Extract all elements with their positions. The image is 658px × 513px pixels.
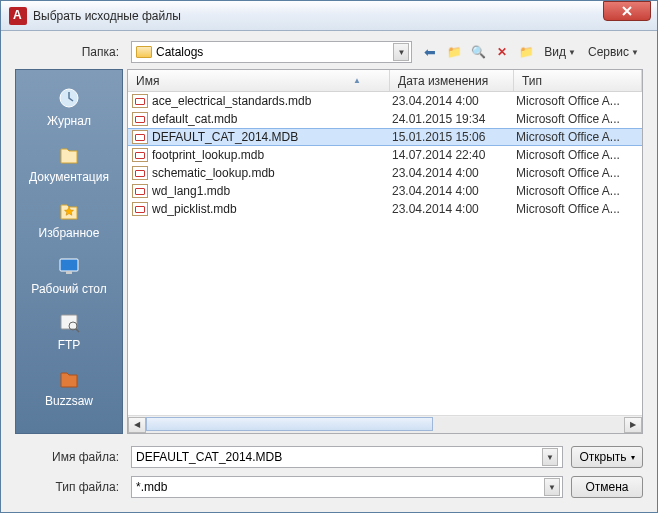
file-name: schematic_lookup.mdb bbox=[152, 166, 392, 180]
file-type: Microsoft Office A... bbox=[516, 148, 642, 162]
file-row[interactable]: footprint_lookup.mdb14.07.2014 22:40Micr… bbox=[128, 146, 642, 164]
folder-combo[interactable]: Catalogs ▼ bbox=[131, 41, 412, 63]
favorites-icon bbox=[53, 196, 85, 224]
file-row[interactable]: schematic_lookup.mdb23.04.2014 4:00Micro… bbox=[128, 164, 642, 182]
filetype-dropdown-icon[interactable]: ▼ bbox=[544, 478, 560, 496]
newfolder-button[interactable]: 📁 bbox=[516, 42, 536, 62]
search-button[interactable]: 🔍 bbox=[468, 42, 488, 62]
ftp-icon bbox=[53, 308, 85, 336]
file-type: Microsoft Office A... bbox=[516, 130, 642, 144]
view-menu[interactable]: Вид▼ bbox=[540, 45, 580, 59]
folder-value: Catalogs bbox=[156, 45, 389, 59]
top-row: Папка: Catalogs ▼ ⬅ 📁 🔍 ✕ 📁 Вид▼ Сервис▼ bbox=[15, 41, 643, 63]
mdb-file-icon bbox=[132, 184, 148, 198]
file-type: Microsoft Office A... bbox=[516, 94, 642, 108]
folder-icon bbox=[136, 46, 152, 58]
sidebar-item-label: Рабочий стол bbox=[31, 282, 106, 296]
file-date: 23.04.2014 4:00 bbox=[392, 202, 516, 216]
sidebar-item-label: Документация bbox=[29, 170, 109, 184]
close-icon bbox=[622, 6, 632, 16]
file-row[interactable]: wd_picklist.mdb23.04.2014 4:00Microsoft … bbox=[128, 200, 642, 218]
filename-label: Имя файла: bbox=[15, 450, 123, 464]
delete-icon: ✕ bbox=[497, 45, 507, 59]
cancel-button[interactable]: Отмена bbox=[571, 476, 643, 498]
mdb-file-icon bbox=[132, 130, 148, 144]
chevron-down-icon: ▼ bbox=[568, 48, 576, 57]
scroll-right-icon[interactable]: ▶ bbox=[624, 417, 642, 433]
window-title: Выбрать исходные файлы bbox=[33, 9, 603, 23]
mdb-file-icon bbox=[132, 112, 148, 126]
column-date[interactable]: Дата изменения bbox=[390, 70, 514, 91]
filename-value: DEFAULT_CAT_2014.MDB bbox=[136, 450, 542, 464]
sidebar-item-label: Журнал bbox=[47, 114, 91, 128]
sort-asc-icon: ▲ bbox=[353, 76, 361, 85]
file-date: 23.04.2014 4:00 bbox=[392, 166, 516, 180]
sidebar-item-desktop[interactable]: Рабочий стол bbox=[16, 248, 122, 302]
back-button[interactable]: ⬅ bbox=[420, 42, 440, 62]
svg-rect-1 bbox=[60, 259, 78, 271]
filename-input[interactable]: DEFAULT_CAT_2014.MDB ▼ bbox=[131, 446, 563, 468]
filetype-label: Тип файла: bbox=[15, 480, 123, 494]
filetype-value: *.mdb bbox=[136, 480, 544, 494]
file-type: Microsoft Office A... bbox=[516, 166, 642, 180]
file-name: DEFAULT_CAT_2014.MDB bbox=[152, 130, 392, 144]
file-name: ace_electrical_standards.mdb bbox=[152, 94, 392, 108]
file-name: default_cat.mdb bbox=[152, 112, 392, 126]
file-row[interactable]: ace_electrical_standards.mdb23.04.2014 4… bbox=[128, 92, 642, 110]
file-date: 23.04.2014 4:00 bbox=[392, 94, 516, 108]
file-list-pane: Имя▲ Дата изменения Тип ace_electrical_s… bbox=[127, 69, 643, 434]
documents-icon bbox=[53, 140, 85, 168]
file-rows: ace_electrical_standards.mdb23.04.2014 4… bbox=[128, 92, 642, 415]
filename-row: Имя файла: DEFAULT_CAT_2014.MDB ▼ Открыт… bbox=[15, 446, 643, 468]
mdb-file-icon bbox=[132, 148, 148, 162]
sidebar-item-buzzsaw[interactable]: Buzzsaw bbox=[16, 360, 122, 414]
horizontal-scrollbar[interactable]: ◀ ▶ bbox=[128, 415, 642, 433]
close-button[interactable] bbox=[603, 1, 651, 21]
desktop-icon bbox=[53, 252, 85, 280]
service-menu[interactable]: Сервис▼ bbox=[584, 45, 643, 59]
file-type: Microsoft Office A... bbox=[516, 112, 642, 126]
history-icon bbox=[53, 84, 85, 112]
chevron-down-icon: ▼ bbox=[631, 48, 639, 57]
delete-button[interactable]: ✕ bbox=[492, 42, 512, 62]
file-name: footprint_lookup.mdb bbox=[152, 148, 392, 162]
folder-label: Папка: bbox=[15, 45, 123, 59]
svg-rect-2 bbox=[66, 271, 72, 274]
sidebar-item-favorites[interactable]: Избранное bbox=[16, 192, 122, 246]
open-button[interactable]: Открыть▾ bbox=[571, 446, 643, 468]
column-name[interactable]: Имя▲ bbox=[128, 70, 390, 91]
file-name: wd_picklist.mdb bbox=[152, 202, 392, 216]
filetype-combo[interactable]: *.mdb ▼ bbox=[131, 476, 563, 498]
file-name: wd_lang1.mdb bbox=[152, 184, 392, 198]
file-dialog-window: Выбрать исходные файлы Папка: Catalogs ▼… bbox=[0, 0, 658, 513]
file-type: Microsoft Office A... bbox=[516, 184, 642, 198]
folder-dropdown-icon[interactable]: ▼ bbox=[393, 43, 409, 61]
filename-dropdown-icon[interactable]: ▼ bbox=[542, 448, 558, 466]
mdb-file-icon bbox=[132, 166, 148, 180]
places-sidebar: Журнал Документация Избранное Рабочий ст… bbox=[15, 69, 123, 434]
newfolder-icon: 📁 bbox=[519, 45, 534, 59]
bottom-area: Имя файла: DEFAULT_CAT_2014.MDB ▼ Открыт… bbox=[15, 440, 643, 498]
sidebar-item-label: FTP bbox=[58, 338, 81, 352]
sidebar-item-documents[interactable]: Документация bbox=[16, 136, 122, 190]
toolbar: ⬅ 📁 🔍 ✕ 📁 Вид▼ Сервис▼ bbox=[420, 42, 643, 62]
up-button[interactable]: 📁 bbox=[444, 42, 464, 62]
scroll-left-icon[interactable]: ◀ bbox=[128, 417, 146, 433]
app-icon bbox=[9, 7, 27, 25]
file-date: 24.01.2015 19:34 bbox=[392, 112, 516, 126]
scroll-track[interactable] bbox=[146, 417, 624, 433]
sidebar-item-ftp[interactable]: FTP bbox=[16, 304, 122, 358]
titlebar: Выбрать исходные файлы bbox=[1, 1, 657, 31]
file-row[interactable]: DEFAULT_CAT_2014.MDB15.01.2015 15:06Micr… bbox=[128, 128, 642, 146]
file-type: Microsoft Office A... bbox=[516, 202, 642, 216]
file-date: 23.04.2014 4:00 bbox=[392, 184, 516, 198]
filetype-row: Тип файла: *.mdb ▼ Отмена bbox=[15, 476, 643, 498]
column-type[interactable]: Тип bbox=[514, 70, 642, 91]
file-row[interactable]: default_cat.mdb24.01.2015 19:34Microsoft… bbox=[128, 110, 642, 128]
sidebar-item-history[interactable]: Журнал bbox=[16, 80, 122, 134]
sidebar-item-label: Buzzsaw bbox=[45, 394, 93, 408]
scroll-thumb[interactable] bbox=[146, 417, 433, 431]
file-row[interactable]: wd_lang1.mdb23.04.2014 4:00Microsoft Off… bbox=[128, 182, 642, 200]
up-folder-icon: 📁 bbox=[447, 45, 462, 59]
middle-area: Журнал Документация Избранное Рабочий ст… bbox=[15, 69, 643, 434]
